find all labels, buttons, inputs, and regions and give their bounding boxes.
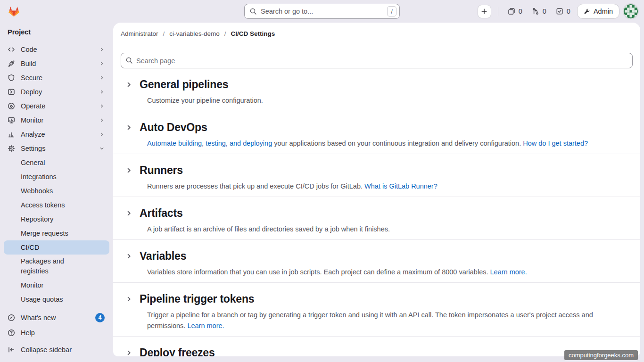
- section-description: Runners are processes that pick up and e…: [147, 181, 623, 192]
- chevron-down-icon: [99, 146, 105, 151]
- inline-link[interactable]: Automate building, testing, and deployin…: [147, 140, 272, 147]
- issues-icon: [508, 8, 515, 15]
- breadcrumb-separator: /: [224, 30, 226, 37]
- sidebar-item-operate[interactable]: Operate: [4, 99, 109, 113]
- admin-button[interactable]: Admin: [577, 4, 619, 19]
- section-title: General pipelines: [140, 77, 228, 92]
- top-bar-divider: [498, 7, 498, 16]
- description-text: your applications based on your continuo…: [272, 140, 523, 147]
- global-search-bar[interactable]: Search or go to... /: [244, 4, 400, 19]
- inline-link[interactable]: Learn more.: [490, 268, 527, 276]
- section-description: Variables store information that you can…: [147, 267, 623, 278]
- todos-count: 0: [567, 8, 570, 15]
- description-text: Runners are processes that pick up and e…: [147, 182, 364, 190]
- secure-icon: [8, 74, 15, 82]
- todos-counter[interactable]: 0: [553, 6, 573, 17]
- sidebar-subitem-access-tokens[interactable]: Access tokens: [4, 198, 109, 212]
- sidebar-subitem-usage-quotas[interactable]: Usage quotas: [4, 292, 109, 306]
- merge-request-icon: [532, 8, 539, 15]
- chevron-right-icon: [99, 103, 105, 109]
- breadcrumb-project[interactable]: ci-variables-demo: [169, 30, 220, 37]
- todo-icon: [556, 8, 563, 15]
- sidebar-subitem-packages-and-registries[interactable]: Packages and registries: [4, 255, 109, 278]
- global-search-placeholder: Search or go to...: [261, 8, 387, 15]
- collapse-sidebar-icon: [8, 346, 15, 354]
- admin-button-label: Admin: [594, 8, 613, 15]
- expand-section-button[interactable]: [125, 295, 132, 303]
- build-icon: [8, 60, 15, 67]
- settings-sections: General pipelines Customize your pipelin…: [113, 68, 640, 356]
- section-title: Runners: [140, 163, 183, 178]
- sidebar-subitem-repository[interactable]: Repository: [4, 212, 109, 226]
- whats-new-badge: 4: [95, 313, 105, 322]
- sidebar-subitem-integrations[interactable]: Integrations: [4, 170, 109, 184]
- sidebar-bottom: What's new 4 Help Collapse sidebar: [4, 311, 109, 357]
- sidebar-item-code[interactable]: Code: [4, 42, 109, 57]
- page-search: [121, 53, 633, 68]
- section-description: Automate building, testing, and deployin…: [147, 138, 623, 149]
- section-title: Auto DevOps: [140, 120, 207, 135]
- collapse-sidebar-button[interactable]: Collapse sidebar: [4, 343, 109, 357]
- section-header: Auto DevOps: [121, 120, 633, 135]
- code-icon: [8, 46, 15, 53]
- operate-icon: [8, 102, 15, 110]
- expand-section-button[interactable]: [125, 349, 132, 356]
- user-avatar[interactable]: [623, 4, 638, 19]
- breadcrumb-administrator[interactable]: Administrator: [121, 30, 158, 37]
- section-header: Artifacts: [121, 206, 633, 221]
- sidebar-item-secure[interactable]: Secure: [4, 71, 109, 85]
- sidebar-settings-subnav: General Integrations Webhooks Access tok…: [4, 156, 109, 306]
- sidebar-subitem-webhooks[interactable]: Webhooks: [4, 184, 109, 198]
- sidebar-item-build[interactable]: Build: [4, 57, 109, 71]
- description-text: A job artifact is an archive of files an…: [147, 225, 390, 233]
- sidebar-item-help[interactable]: Help: [4, 326, 109, 340]
- section-header: Runners: [121, 163, 633, 178]
- expand-section-button[interactable]: [125, 166, 132, 174]
- sidebar-context-title: Project: [8, 28, 106, 36]
- section-artifacts: Artifacts A job artifact is an archive o…: [113, 197, 640, 240]
- sidebar-item-deploy[interactable]: Deploy: [4, 85, 109, 99]
- sidebar-main-nav: Code Build Secure Deploy Operate Monitor…: [4, 42, 109, 156]
- help-label: Help: [21, 329, 105, 337]
- inline-link[interactable]: What is GitLab Runner?: [364, 182, 438, 190]
- slash-shortcut-key: /: [387, 6, 396, 16]
- issues-counter[interactable]: 0: [505, 6, 525, 17]
- chevron-right-icon: [99, 47, 105, 52]
- inline-link[interactable]: Learn more.: [187, 322, 224, 329]
- page-search-input[interactable]: [121, 53, 633, 68]
- sidebar-subitem-monitor[interactable]: Monitor: [4, 278, 109, 292]
- gitlab-logo[interactable]: [6, 3, 22, 19]
- sidebar-subitem-merge-requests[interactable]: Merge requests: [4, 226, 109, 240]
- expand-section-button[interactable]: [125, 123, 132, 131]
- sidebar-subitem-ci-cd[interactable]: CI/CD: [4, 240, 109, 255]
- inline-link[interactable]: How do I get started?: [523, 140, 588, 147]
- section-header: Deploy freezes: [121, 345, 633, 356]
- collapse-sidebar-label: Collapse sidebar: [21, 346, 105, 354]
- sidebar-item-monitor[interactable]: Monitor: [4, 113, 109, 127]
- top-bar-right: 0 0 0 Admin: [478, 4, 638, 19]
- sidebar-item-analyze[interactable]: Analyze: [4, 127, 109, 141]
- compass-icon: [8, 314, 15, 321]
- sidebar-subitem-general[interactable]: General: [4, 156, 109, 170]
- merge-requests-counter[interactable]: 0: [529, 6, 549, 17]
- question-circle-icon: [8, 329, 15, 337]
- chevron-right-icon: [99, 75, 105, 81]
- section-deploy-freezes: Deploy freezes: [113, 337, 640, 356]
- section-variables: Variables Variables store information th…: [113, 240, 640, 283]
- expand-section-button[interactable]: [125, 81, 132, 88]
- sidebar: Project Code Build Secure Deploy Operate…: [0, 23, 113, 362]
- section-pipeline-trigger-tokens: Pipeline trigger tokens Trigger a pipeli…: [113, 283, 640, 337]
- create-new-button[interactable]: [478, 5, 491, 18]
- breadcrumb: Administrator / ci-variables-demo / CI/C…: [113, 23, 640, 45]
- wrench-icon: [584, 8, 590, 15]
- expand-section-button[interactable]: [125, 209, 132, 217]
- expand-section-button[interactable]: [125, 252, 132, 260]
- top-bar: Search or go to... / 0 0 0 Admin: [0, 0, 644, 23]
- sidebar-item-settings[interactable]: Settings: [4, 141, 109, 156]
- search-icon: [249, 8, 257, 15]
- breadcrumb-current-page: CI/CD Settings: [231, 30, 275, 37]
- sidebar-item-whats-new[interactable]: What's new 4: [4, 311, 109, 325]
- section-description: A job artifact is an archive of files an…: [147, 224, 623, 235]
- section-runners: Runners Runners are processes that pick …: [113, 154, 640, 197]
- section-title: Pipeline trigger tokens: [140, 291, 254, 306]
